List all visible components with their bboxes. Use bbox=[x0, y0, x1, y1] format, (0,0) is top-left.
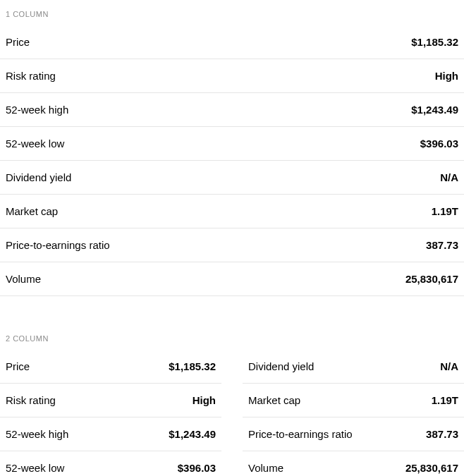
stat-value: N/A bbox=[440, 360, 458, 372]
stat-value: $1,185.32 bbox=[411, 36, 458, 48]
stat-value: 25,830,617 bbox=[405, 462, 458, 474]
stat-value: $396.03 bbox=[178, 462, 216, 474]
two-column-layout: Price $1,185.32 Risk rating High 52-week… bbox=[0, 350, 464, 476]
stat-value: 1.19T bbox=[432, 394, 458, 406]
stat-row-market-cap: Market cap 1.19T bbox=[243, 384, 464, 417]
stat-value: 387.73 bbox=[426, 428, 458, 440]
stat-label: Volume bbox=[6, 273, 41, 285]
stat-row-52-week-high: 52-week high $1,243.49 bbox=[0, 93, 464, 127]
section-header-1col: 1 COLUMN bbox=[0, 0, 464, 25]
stat-row-52-week-low: 52-week low $396.03 bbox=[0, 451, 221, 476]
stat-value: N/A bbox=[440, 171, 458, 183]
stat-row-dividend-yield: Dividend yield N/A bbox=[243, 350, 464, 384]
stat-label: Risk rating bbox=[6, 394, 56, 406]
stat-row-price: Price $1,185.32 bbox=[0, 25, 464, 59]
stat-value: $1,243.49 bbox=[411, 104, 458, 116]
stat-label: Dividend yield bbox=[6, 171, 71, 183]
stat-row-52-week-high: 52-week high $1,243.49 bbox=[0, 417, 221, 451]
column-right: Dividend yield N/A Market cap 1.19T Pric… bbox=[243, 350, 464, 476]
stat-row-price: Price $1,185.32 bbox=[0, 350, 221, 384]
stat-value: 1.19T bbox=[432, 205, 458, 217]
stat-label: Price bbox=[6, 360, 30, 372]
stat-label: 52-week low bbox=[6, 462, 64, 474]
stat-row-volume: Volume 25,830,617 bbox=[0, 262, 464, 296]
stat-label: 52-week high bbox=[6, 104, 68, 116]
stat-row-pe-ratio: Price-to-earnings ratio 387.73 bbox=[243, 417, 464, 451]
stat-value: High bbox=[193, 394, 216, 406]
stat-value: 387.73 bbox=[426, 239, 458, 251]
stat-row-pe-ratio: Price-to-earnings ratio 387.73 bbox=[0, 228, 464, 262]
stat-label: Price-to-earnings ratio bbox=[6, 239, 110, 251]
stat-value: 25,830,617 bbox=[405, 273, 458, 285]
column-left: Price $1,185.32 Risk rating High 52-week… bbox=[0, 350, 221, 476]
stat-label: Price bbox=[6, 36, 30, 48]
stat-label: Dividend yield bbox=[248, 360, 314, 372]
stat-row-volume: Volume 25,830,617 bbox=[243, 451, 464, 476]
stat-label: 52-week low bbox=[6, 138, 64, 149]
stat-row-dividend-yield: Dividend yield N/A bbox=[0, 161, 464, 195]
stat-label: 52-week high bbox=[6, 428, 68, 440]
stat-label: Risk rating bbox=[6, 70, 56, 82]
stat-value: $1,243.49 bbox=[169, 428, 216, 440]
stat-row-market-cap: Market cap 1.19T bbox=[0, 195, 464, 228]
stat-row-risk-rating: Risk rating High bbox=[0, 384, 221, 417]
stat-label: Market cap bbox=[248, 394, 300, 406]
stat-label: Volume bbox=[248, 462, 283, 474]
stat-value: High bbox=[435, 70, 458, 82]
stat-label: Price-to-earnings ratio bbox=[248, 428, 353, 440]
stat-value: $396.03 bbox=[420, 138, 458, 149]
stat-value: $1,185.32 bbox=[169, 360, 216, 372]
section-header-2col: 2 COLUMN bbox=[0, 324, 464, 350]
stat-row-52-week-low: 52-week low $396.03 bbox=[0, 127, 464, 161]
stat-label: Market cap bbox=[6, 205, 58, 217]
stat-row-risk-rating: Risk rating High bbox=[0, 59, 464, 93]
